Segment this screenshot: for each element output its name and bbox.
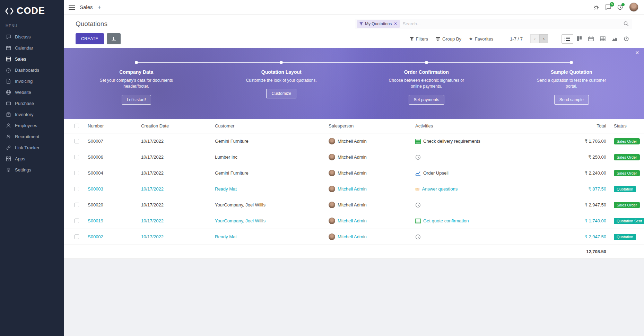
col-header-status[interactable]: Status [614,123,644,129]
sidebar-item-label: Website [15,90,31,95]
lets-start-button[interactable]: Let's start! [122,95,151,105]
cell-creation-date: 10/17/2022 [141,186,215,192]
row-checkbox[interactable] [75,219,79,223]
step-title: Quotation Layout [261,69,302,75]
clock-icon [415,154,421,160]
status-badge: Sales Order [614,170,640,176]
table-row[interactable]: S00003 10/17/2022 Ready Mat Mitchell Adm… [64,181,644,197]
app-title[interactable]: Sales [80,4,93,10]
kanban-view-button[interactable] [573,34,585,44]
link-icon [6,145,11,150]
salesperson-avatar [329,138,335,144]
list-view-button[interactable] [562,34,573,44]
sidebar-item-dashboards[interactable]: Dashboards [0,64,64,76]
sidebar-item-settings[interactable]: Settings [0,164,64,175]
favorites-button[interactable]: ★ Favorites [469,36,493,42]
table-row[interactable]: S00019 10/17/2022 YourCompany, Joel Will… [64,213,644,229]
col-header-customer[interactable]: Customer [215,123,329,129]
status-badge: Quotation Sent [614,218,644,224]
brand-logo[interactable]: CODE [0,0,64,23]
set-payments-button[interactable]: Set payments [409,95,444,105]
debug-bug-icon[interactable] [593,5,599,10]
cell-creation-date: 10/17/2022 [141,170,215,176]
activities-clock-icon[interactable] [617,5,623,10]
cell-activity[interactable]: ✉ Answer questions [415,186,561,192]
table-row[interactable]: S00006 10/17/2022 Lumber Inc Mitchell Ad… [64,149,644,165]
cell-total: ₹ 2,240.00 [561,170,606,176]
cell-activity[interactable] [415,154,561,160]
cell-activity[interactable] [415,234,561,240]
filters-button[interactable]: Filters [410,36,428,42]
sidebar-item-inventory[interactable]: Inventory [0,109,64,120]
salesperson-avatar [329,202,335,208]
table-header-row: Number Creation Date Customer Salesperso… [64,119,644,133]
col-header-total[interactable]: Total [561,123,606,129]
sidebar-item-sales[interactable]: Sales [0,53,64,64]
sidebar-item-label: Link Tracker [15,145,40,150]
cell-salesperson: Mitchell Admin [338,218,367,223]
export-button[interactable] [107,33,121,44]
content-background [64,259,644,336]
step-title: Order Confirmation [404,69,449,75]
grand-total: 12,708.50 [561,249,606,254]
cell-creation-date: 10/17/2022 [141,139,215,144]
pager-previous-button[interactable]: ‹ [530,34,539,43]
pivot-view-button[interactable] [597,34,609,44]
cell-activity[interactable]: Check delivery requirements [415,139,561,144]
facet-label: My Quotations [365,21,392,26]
send-sample-button[interactable]: Send sample [554,95,589,105]
row-checkbox[interactable] [75,139,79,143]
col-header-creation-date[interactable]: Creation Date [141,123,215,129]
control-panel: Quotations My Quotations ✕ CREATE [64,15,644,48]
table-row[interactable]: S00020 10/17/2022 YourCompany, Joel Will… [64,197,644,213]
sidebar-item-website[interactable]: Website [0,87,64,98]
sidebar-item-discuss[interactable]: Discuss [0,31,64,42]
sidebar-item-employees[interactable]: Employees [0,120,64,131]
onboarding-step-quotation-layout: Quotation Layout Customize the look of y… [209,61,354,119]
sidebar-nav: Discuss Calendar Sales Dashboards Invoic… [0,31,64,175]
search-input[interactable] [400,20,624,28]
table-row[interactable]: S00004 10/17/2022 Gemini Furniture Mitch… [64,165,644,181]
row-checkbox[interactable] [75,203,79,207]
sidebar-item-label: Purchase [15,101,34,106]
page: CODE MENU Discuss Calendar Sales Dashboa… [0,0,644,336]
new-tab-icon[interactable]: + [98,4,101,11]
table-row[interactable]: S00002 10/17/2022 Ready Mat Mitchell Adm… [64,229,644,245]
hamburger-menu-icon[interactable] [69,5,75,10]
group-by-button[interactable]: Group By [436,36,461,42]
cell-activity[interactable]: Get quote confirmation [415,218,561,224]
sidebar-item-calendar[interactable]: Calendar [0,42,64,53]
cell-creation-date: 10/17/2022 [141,154,215,160]
sidebar-item-recruitment[interactable]: Recruitment [0,131,64,142]
messages-icon[interactable]: 5 [605,5,611,10]
user-avatar[interactable] [629,2,638,12]
sidebar-item-invoicing[interactable]: Invoicing [0,76,64,87]
create-button[interactable]: CREATE [76,33,104,44]
cell-customer: Lumber Inc [215,154,329,160]
col-header-activities[interactable]: Activities [415,123,561,129]
table-row[interactable]: S00007 10/17/2022 Gemini Furniture Mitch… [64,133,644,149]
row-checkbox[interactable] [75,171,79,175]
cell-customer: Ready Mat [215,186,329,192]
cell-number: S00019 [88,218,141,223]
row-checkbox[interactable] [75,155,79,159]
graph-view-button[interactable] [609,34,620,44]
search-icon[interactable] [624,21,629,26]
sidebar-item-apps[interactable]: Apps [0,153,64,164]
calendar-view-button[interactable] [585,34,597,44]
cell-activity[interactable] [415,202,561,208]
select-all-checkbox[interactable] [75,124,79,128]
col-header-salesperson[interactable]: Salesperson [329,123,415,129]
sidebar-item-purchase[interactable]: Purchase [0,98,64,109]
customize-button[interactable]: Customize [266,89,296,98]
search-facet[interactable]: My Quotations ✕ [357,20,400,28]
row-checkbox[interactable] [75,235,79,239]
cell-activity[interactable]: Order Upsell [415,170,561,176]
activity-view-button[interactable] [620,34,632,44]
sidebar-item-link-tracker[interactable]: Link Tracker [0,142,64,153]
facet-remove-icon[interactable]: ✕ [394,21,397,26]
cell-customer: Gemini Furniture [215,139,329,144]
row-checkbox[interactable] [75,187,79,191]
col-header-number[interactable]: Number [88,123,141,129]
pager-next-button[interactable]: › [539,34,548,43]
